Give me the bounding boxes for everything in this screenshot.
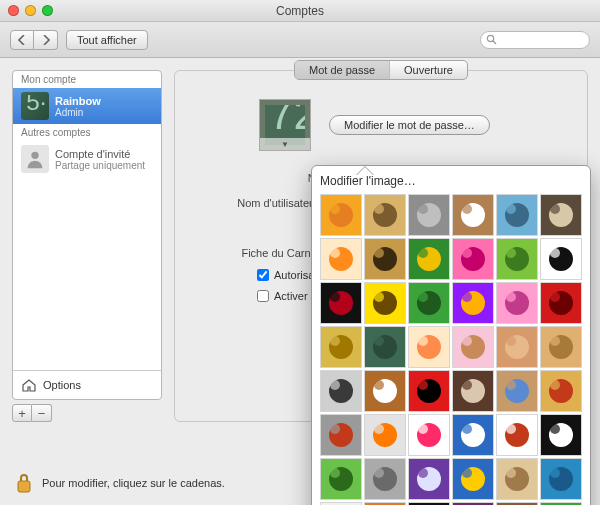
- svg-rect-6: [18, 481, 30, 492]
- wave-icon[interactable]: [540, 458, 582, 500]
- svg-point-69: [418, 336, 428, 346]
- account-name: Rainbow: [55, 95, 101, 107]
- fortune-cookie-icon[interactable]: [540, 326, 582, 368]
- shifter-icon[interactable]: [320, 370, 362, 412]
- svg-point-90: [462, 380, 472, 390]
- show-all-button[interactable]: Tout afficher: [66, 30, 148, 50]
- grass-icon[interactable]: [320, 458, 362, 500]
- tab-login-items[interactable]: Ouverture: [390, 61, 467, 79]
- add-account-button[interactable]: +: [12, 404, 32, 422]
- svg-point-108: [462, 424, 472, 434]
- piano-icon[interactable]: [540, 414, 582, 456]
- popover-title: Modifier l'image…: [320, 174, 582, 188]
- gingerbread-icon[interactable]: [364, 370, 406, 412]
- svg-point-111: [506, 424, 516, 434]
- butterfly-icon[interactable]: [320, 194, 362, 236]
- svg-point-81: [330, 380, 340, 390]
- cat-icon[interactable]: [408, 194, 450, 236]
- shell-icon[interactable]: [496, 458, 538, 500]
- svg-point-75: [506, 336, 516, 346]
- beach-ball-icon[interactable]: [452, 458, 494, 500]
- show-all-label: Tout afficher: [77, 34, 137, 46]
- avatar: 5·2: [21, 92, 49, 120]
- chevron-right-icon: [42, 35, 50, 45]
- admin-checkbox[interactable]: [257, 269, 269, 281]
- cupcake-icon[interactable]: [452, 326, 494, 368]
- leaf-icon[interactable]: [408, 282, 450, 324]
- drum-icon[interactable]: [452, 414, 494, 456]
- pink-flower-icon[interactable]: [452, 238, 494, 280]
- rocket-icon[interactable]: [364, 414, 406, 456]
- svg-point-9: [330, 204, 340, 214]
- zoom-window-button[interactable]: [42, 5, 53, 16]
- dog-icon[interactable]: [452, 194, 494, 236]
- sunflower-icon[interactable]: [364, 282, 406, 324]
- leopard-icon[interactable]: [364, 238, 406, 280]
- ladybug-icon[interactable]: [408, 370, 450, 412]
- palette-icon[interactable]: [496, 370, 538, 412]
- caduceus-icon[interactable]: [320, 326, 362, 368]
- pizza-icon[interactable]: [540, 370, 582, 412]
- svg-point-78: [550, 336, 560, 346]
- pebbles-icon[interactable]: [364, 458, 406, 500]
- lock-hint: Pour modifier, cliquez sur le cadenas.: [42, 477, 225, 489]
- red-flower-icon[interactable]: [540, 282, 582, 324]
- robot-icon[interactable]: [320, 414, 362, 456]
- svg-point-114: [550, 424, 560, 434]
- green-ball-icon[interactable]: [496, 238, 538, 280]
- svg-point-39: [506, 248, 516, 258]
- svg-point-48: [374, 292, 384, 302]
- svg-line-1: [493, 41, 496, 44]
- guitar-icon[interactable]: [496, 414, 538, 456]
- svg-point-117: [330, 468, 340, 478]
- account-role: Admin: [55, 107, 101, 118]
- svg-point-105: [418, 424, 428, 434]
- search-icon: [486, 34, 497, 47]
- donut-icon[interactable]: [496, 326, 538, 368]
- lips-icon[interactable]: [408, 414, 450, 456]
- lotus-icon[interactable]: [496, 282, 538, 324]
- back-button[interactable]: [10, 30, 34, 50]
- dragonfly-icon[interactable]: [496, 194, 538, 236]
- cocktail-icon[interactable]: [408, 326, 450, 368]
- user-picture-well[interactable]: 72·10 ▼: [259, 99, 311, 151]
- cheetah-icon[interactable]: [364, 194, 406, 236]
- account-role: Partage uniquement: [55, 160, 145, 171]
- forward-button[interactable]: [34, 30, 58, 50]
- close-window-button[interactable]: [8, 5, 19, 16]
- account-item-guest[interactable]: Compte d'invité Partage uniquement: [13, 141, 161, 177]
- svg-point-24: [550, 204, 560, 214]
- minimize-window-button[interactable]: [25, 5, 36, 16]
- rose-icon[interactable]: [320, 282, 362, 324]
- svg-point-66: [374, 336, 384, 346]
- svg-point-126: [462, 468, 472, 478]
- svg-point-132: [550, 468, 560, 478]
- svg-point-12: [374, 204, 384, 214]
- eagle-icon[interactable]: [540, 194, 582, 236]
- lightning-icon[interactable]: [408, 458, 450, 500]
- search-field[interactable]: [480, 31, 590, 49]
- change-password-button[interactable]: Modifier le mot de passe…: [329, 115, 490, 135]
- daisy-icon[interactable]: [452, 282, 494, 324]
- lock-icon[interactable]: [14, 471, 34, 495]
- coffee-icon[interactable]: [452, 370, 494, 412]
- account-item-rainbow[interactable]: 5·2 Rainbow Admin: [13, 88, 161, 124]
- account-name: Compte d'invité: [55, 148, 145, 160]
- zebra-icon[interactable]: [540, 238, 582, 280]
- svg-point-72: [462, 336, 472, 346]
- remove-account-button[interactable]: −: [32, 404, 52, 422]
- window-title: Comptes: [0, 4, 600, 18]
- avatar: [21, 145, 49, 173]
- parental-checkbox[interactable]: [257, 290, 269, 302]
- tab-password[interactable]: Mot de passe: [295, 61, 390, 79]
- chalkboard-icon[interactable]: [364, 326, 406, 368]
- svg-point-42: [550, 248, 560, 258]
- parrot-icon[interactable]: [408, 238, 450, 280]
- goldfish-icon[interactable]: [320, 238, 362, 280]
- section-other-accounts: Autres comptes: [13, 124, 161, 141]
- svg-point-129: [506, 468, 516, 478]
- login-options-button[interactable]: Options: [13, 370, 161, 399]
- svg-point-33: [418, 248, 428, 258]
- svg-point-30: [374, 248, 384, 258]
- svg-point-120: [374, 468, 384, 478]
